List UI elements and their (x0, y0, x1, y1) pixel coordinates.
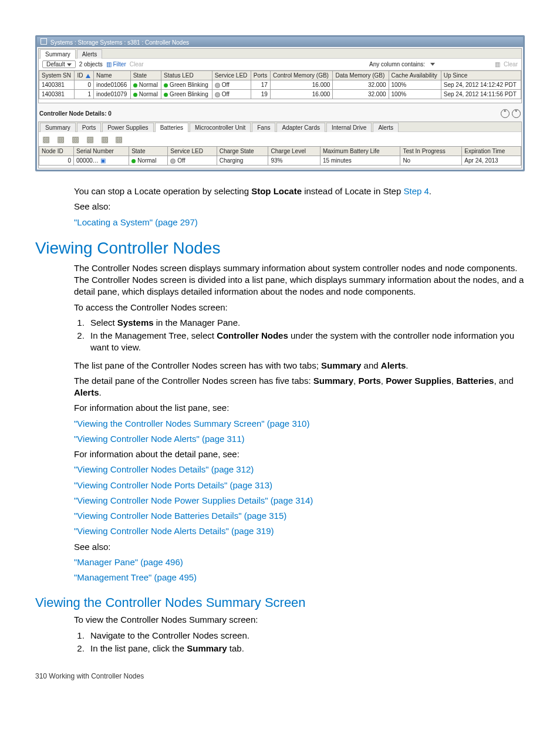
steps-list: Select Systems in the Manager Pane. In t… (74, 317, 525, 354)
clear-link-left[interactable]: Clear (130, 61, 144, 67)
view-dropdown[interactable]: Default (42, 60, 76, 68)
col-control-memory[interactable]: Control Memory (GB) (270, 71, 332, 80)
state-dot-icon (133, 93, 137, 97)
collapse-up-icon[interactable]: ˄ (501, 109, 510, 118)
detail-tabs: Summary Ports Power Supplies Batteries M… (39, 122, 521, 132)
list-pane: Summary Alerts Default 2 objects ▥ Filte… (38, 48, 522, 103)
dtab-alerts[interactable]: Alerts (373, 123, 399, 132)
tab-alerts[interactable]: Alerts (77, 49, 103, 59)
document-body: You can stop a Locate operation by selec… (35, 185, 525, 228)
dtab-summary[interactable]: Summary (40, 123, 76, 132)
col-name[interactable]: Name (93, 71, 130, 80)
steps-list: Navigate to the Controller Nodes screen.… (74, 630, 525, 655)
dtab-fans[interactable]: Fans (252, 123, 275, 132)
link-batteries-details[interactable]: "Viewing Controller Node Batteries Detai… (74, 511, 286, 521)
link-alerts-details[interactable]: "Viewing Controller Node Alerts Details"… (74, 526, 274, 536)
paragraph: The detail pane of the Controller Nodes … (74, 375, 525, 399)
col-id[interactable]: ID (75, 71, 94, 80)
dtab-batteries[interactable]: Batteries (155, 123, 188, 132)
link-step4[interactable]: Step 4 (403, 186, 429, 196)
table-row[interactable]: 1400381 0 inode01066 Normal Green Blinki… (39, 80, 521, 90)
list-item: Select Systems in the Manager Pane. (87, 317, 525, 329)
heading-viewing-controller-nodes: Viewing Controller Nodes (35, 239, 525, 258)
paragraph: To access the Controller Nodes screen: (74, 302, 525, 313)
any-column-label: Any column contains: (369, 61, 425, 67)
see-also-label: See also: (74, 541, 525, 553)
col-cache[interactable]: Cache Availability (389, 71, 441, 80)
sort-asc-icon (86, 74, 90, 78)
list-item: Navigate to the Controller Nodes screen. (87, 630, 525, 642)
document-body: The Controller Nodes screen displays sum… (35, 262, 525, 584)
list-toolbar: Default 2 objects ▥ Filter Clear Any col… (39, 59, 521, 70)
controller-nodes-screenshot: Systems : Storage Systems : s381 : Contr… (35, 35, 525, 171)
service-dot-icon (215, 83, 220, 88)
filter-link[interactable]: ▥ Filter (106, 61, 126, 67)
status-dot-icon (164, 83, 168, 87)
dtab-adapter-cards[interactable]: Adapter Cards (276, 123, 325, 132)
caret-icon (430, 63, 435, 66)
detail-pane-title: Controller Node Details: 0 ˄ ˅ (37, 104, 523, 120)
paragraph: The Controller Nodes screen displays sum… (74, 262, 525, 298)
list-tabs: Summary Alerts (39, 49, 521, 59)
see-also-label: See also: (74, 201, 525, 212)
list-table: System SN ID Name State Status LED Servi… (39, 70, 521, 99)
col-up-since[interactable]: Up Since (441, 71, 521, 80)
service-dot-icon (170, 158, 176, 164)
list-item: In the list pane, click the Summary tab. (87, 643, 525, 654)
link-ports-details[interactable]: "Viewing Controller Node Ports Details" … (74, 480, 272, 490)
copy-icon[interactable]: ▣ (100, 157, 106, 164)
detail-table: Node ID Serial Number State Service LED … (39, 146, 521, 166)
paragraph: For information about the detail pane, s… (74, 448, 525, 460)
paragraph: For information about the list pane, see… (74, 402, 525, 414)
state-dot-icon (131, 159, 136, 163)
tab-summary[interactable]: Summary (40, 49, 76, 59)
detail-pane: Summary Ports Power Supplies Batteries M… (38, 121, 522, 168)
clear-link-right[interactable]: Clear (504, 61, 518, 67)
link-management-tree[interactable]: "Management Tree" (page 495) (74, 572, 197, 582)
paragraph: You can stop a Locate operation by selec… (74, 185, 525, 197)
link-summary-screen[interactable]: "Viewing the Controller Nodes Summary Sc… (74, 418, 309, 428)
list-item: In the Management Tree, select Controlle… (87, 330, 525, 354)
table-header-row: Node ID Serial Number State Service LED … (39, 147, 521, 156)
service-dot-icon (215, 92, 220, 97)
paragraph: To view the Controller Nodes Summary scr… (74, 614, 525, 626)
caret-icon (67, 63, 72, 66)
dtab-power-supplies[interactable]: Power Supplies (102, 123, 153, 132)
table-header-row: System SN ID Name State Status LED Servi… (39, 71, 521, 80)
col-ports[interactable]: Ports (251, 71, 270, 80)
table-row[interactable]: 0 00000… ▣ Normal Off Charging 93% 15 mi… (39, 156, 521, 166)
col-status-led[interactable]: Status LED (161, 71, 212, 80)
link-power-supplies-details[interactable]: "Viewing Controller Node Power Supplies … (74, 495, 313, 505)
link-locating-system[interactable]: "Locating a System" (page 297) (74, 217, 198, 227)
link-nodes-details[interactable]: "Viewing Controller Nodes Details" (page… (74, 464, 254, 474)
col-system-sn[interactable]: System SN (39, 71, 75, 80)
detail-icon-row: ▩ ▩ ▩ ▩ ▩ ▩ (42, 134, 518, 144)
heading-summary-screen: Viewing the Controller Nodes Summary Scr… (35, 595, 525, 610)
dtab-ports[interactable]: Ports (77, 123, 101, 132)
link-manager-pane[interactable]: "Manager Pane" (page 496) (74, 557, 183, 567)
document-body: To view the Controller Nodes Summary scr… (35, 614, 525, 654)
link-node-alerts[interactable]: "Viewing Controller Node Alerts" (page 3… (74, 434, 245, 444)
paragraph: The list pane of the Controller Nodes sc… (74, 360, 525, 372)
status-dot-icon (164, 93, 168, 97)
dtab-internal-drive[interactable]: Internal Drive (326, 123, 372, 132)
col-data-memory[interactable]: Data Memory (GB) (333, 71, 389, 80)
state-dot-icon (133, 83, 137, 87)
table-row[interactable]: 1400381 1 inode01079 Normal Green Blinki… (39, 90, 521, 99)
dtab-mcu[interactable]: Microcontroller Unit (190, 123, 251, 132)
page-footer: 310 Working with Controller Nodes (35, 672, 525, 680)
object-count: 2 objects (79, 61, 103, 67)
col-state[interactable]: State (130, 71, 161, 80)
expand-down-icon[interactable]: ˅ (512, 109, 521, 118)
col-service-led[interactable]: Service LED (212, 71, 251, 80)
breadcrumb: Systems : Storage Systems : s381 : Contr… (37, 37, 523, 47)
